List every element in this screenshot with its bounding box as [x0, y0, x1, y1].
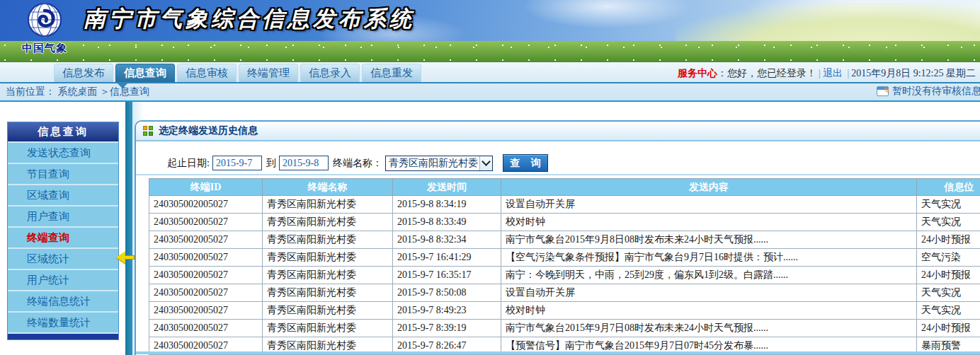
table-row[interactable]: 240305002005027 青秀区南阳新光村委 2015-9-7 16:41…: [149, 249, 980, 267]
col-info-type: 信息位: [917, 179, 980, 196]
sidebar-item-terminal-query[interactable]: 终端查询: [8, 226, 118, 248]
terminal-select[interactable]: 青秀区南阳新光村委: [385, 156, 493, 171]
col-terminal-id: 终端ID: [149, 179, 263, 196]
pending-audit-text: 暂时没有待审核信息: [892, 85, 980, 98]
table-row[interactable]: 240305002005027 青秀区南阳新光村委 2015-9-7 16:35…: [149, 267, 980, 284]
sidebar-menu: 信息查询 发送状态查询 节目查询 区域查询 用户查询 终端查询 区域统计 用户统…: [7, 122, 119, 340]
to-label: 到: [266, 157, 276, 170]
table-row[interactable]: 240305002005027 青秀区南阳新光村委 2015-9-8 8:32:…: [149, 231, 980, 249]
login-greeting: ：您好，您已经登录！: [717, 68, 816, 78]
service-center-label: 服务中心: [678, 68, 717, 78]
query-button[interactable]: 查 询: [503, 154, 548, 172]
tab-info-resend[interactable]: 信息重发: [362, 64, 421, 82]
tab-info-audit[interactable]: 信息审核: [177, 64, 237, 82]
history-panel: 选定终端发送历史信息 起止日期: 到 终端名称： 青秀区南阳新光村委 查 询 终…: [135, 120, 980, 355]
terminal-select-value: 青秀区南阳新光村委: [386, 157, 479, 170]
grid-squares-icon: [143, 126, 154, 136]
cma-logo: 中国气象: [20, 1, 69, 55]
col-terminal-name: 终端名称: [263, 179, 393, 196]
terminal-name-label: 终端名称：: [333, 157, 382, 170]
sidebar-item-user-query[interactable]: 用户查询: [8, 205, 118, 226]
grass-decoration: [0, 41, 980, 62]
panel-bottom-line: [136, 351, 980, 354]
logout-link[interactable]: 退出: [823, 68, 843, 78]
current-datetime: 2015年9月8日 9:12:25 星期二: [851, 68, 976, 78]
tab-info-query[interactable]: 信息查询: [115, 64, 175, 82]
table-row[interactable]: 240305002005027 青秀区南阳新光村委 2015-9-7 8:50:…: [149, 284, 980, 302]
tab-underline: [0, 82, 980, 83]
sidebar-divider-bar: [125, 102, 132, 355]
history-table: 终端ID 终端名称 发送时间 发送内容 信息位 240305002005027 …: [149, 178, 980, 355]
tab-info-entry[interactable]: 信息录入: [300, 64, 360, 82]
cma-logo-icon: [26, 1, 63, 38]
page-title: 南宁市气象综合信息发布系统: [84, 4, 415, 34]
top-navigation-bar: 信息发布 信息查询 信息审核 终端管理 信息录入 信息重发 服务中心：您好，您已…: [0, 62, 980, 102]
table-row[interactable]: 240305002005027 青秀区南阳新光村委 2015-9-7 8:49:…: [149, 302, 980, 320]
form-divider: [136, 174, 980, 175]
table-row[interactable]: 240305002005027 青秀区南阳新光村委 2015-9-8 8:34:…: [149, 196, 980, 214]
main-tabs: 信息发布 信息查询 信息审核 终端管理 信息录入 信息重发: [54, 64, 423, 82]
table-row[interactable]: 240305002005027 青秀区南阳新光村委 2015-9-8 8:33:…: [149, 214, 980, 231]
sidebar-item-region-query[interactable]: 区域查询: [8, 184, 118, 205]
header-banner: 中国气象 南宁市气象综合信息发布系统: [0, 0, 980, 62]
query-form: 起止日期: 到 终端名称： 青秀区南阳新光村委 查 询: [167, 154, 548, 172]
date-range-label: 起止日期:: [167, 157, 210, 170]
col-send-time: 发送时间: [393, 179, 501, 196]
table-header-row: 终端ID 终端名称 发送时间 发送内容 信息位: [149, 179, 980, 196]
note-edit-icon: [877, 86, 889, 96]
panel-header: 选定终端发送历史信息: [136, 122, 980, 141]
sidebar-item-send-status-query[interactable]: 发送状态查询: [8, 141, 118, 163]
sidebar-item-user-stats[interactable]: 用户统计: [8, 269, 118, 290]
tab-info-publish[interactable]: 信息发布: [54, 64, 113, 82]
date-to-input[interactable]: [279, 156, 329, 170]
sidebar-footer: [8, 332, 118, 339]
sidebar-item-program-query[interactable]: 节目查询: [8, 163, 118, 184]
sidebar-item-terminal-count-stats[interactable]: 终端数量统计: [8, 311, 118, 332]
sidebar-item-region-stats[interactable]: 区域统计: [8, 248, 118, 269]
pending-audit-notice[interactable]: 暂时没有待审核信息: [877, 85, 980, 98]
breadcrumb-separator: ＞: [100, 86, 110, 97]
sidebar-header: 信息查询: [8, 122, 118, 141]
breadcrumb-root[interactable]: 系统桌面: [58, 86, 98, 97]
panel-title: 选定终端发送历史信息: [159, 124, 258, 137]
table-row[interactable]: 240305002005027 青秀区南阳新光村委 2015-9-7 8:39:…: [149, 320, 980, 337]
chevron-down-icon: [479, 156, 492, 170]
breadcrumb-prefix: 当前位置：: [6, 86, 55, 97]
date-from-input[interactable]: [212, 156, 262, 170]
breadcrumb-current[interactable]: 信息查询: [110, 86, 149, 97]
service-status-bar: 服务中心：您好，您已经登录！|退出 |2015年9月8日 9:12:25 星期二: [678, 67, 976, 80]
tab-terminal-manage[interactable]: 终端管理: [239, 64, 298, 82]
logo-caption: 中国气象: [20, 42, 69, 55]
sidebar-item-terminal-info-stats[interactable]: 终端信息统计: [8, 290, 118, 311]
col-send-content: 发送内容: [501, 179, 917, 196]
breadcrumb: 当前位置： 系统桌面 ＞信息查询: [6, 86, 149, 98]
